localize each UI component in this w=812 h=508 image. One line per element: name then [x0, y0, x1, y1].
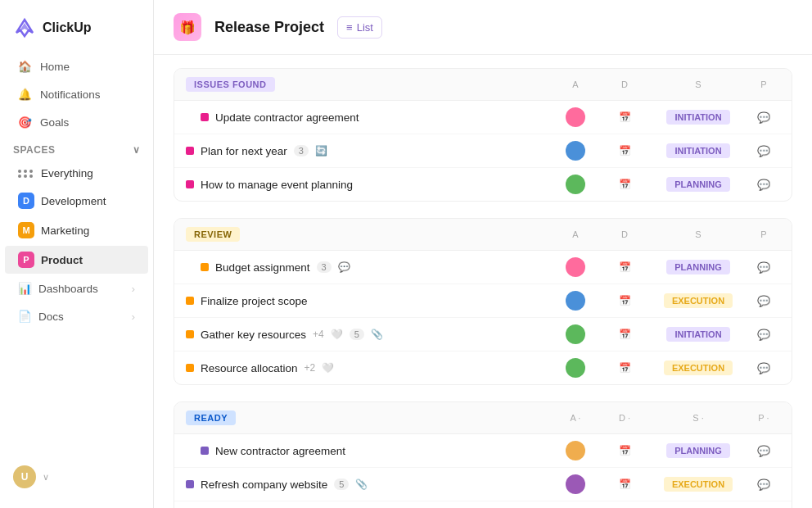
avatar — [566, 324, 585, 344]
calendar-icon: 📅 — [619, 145, 631, 156]
paperclip-icon: 📎 — [371, 329, 383, 340]
task-status-dot — [186, 364, 194, 372]
table-row[interactable]: Finalize project scope 📅 EXECUTION 💬 — [174, 284, 792, 318]
table-row[interactable]: Update key objectives 5 📎 📅 EXECUTION 💬 — [174, 501, 792, 508]
nav-notifications[interactable]: 🔔 Notifications — [5, 81, 148, 107]
nav-goals-label: Goals — [40, 116, 69, 129]
status-badge: PLANNING — [666, 443, 729, 458]
table-row[interactable]: Update contractor agreement 📅 INITIATION… — [174, 101, 792, 134]
task-name: Plan for next year — [201, 145, 287, 157]
product-label: Product — [41, 254, 83, 266]
task-count: 5 — [350, 329, 364, 340]
status-badge: EXECUTION — [664, 361, 733, 375]
avatar: U — [13, 465, 36, 488]
date-cell: 📅 — [600, 445, 649, 456]
task-name: Refresh company website — [201, 479, 327, 491]
table-row[interactable]: Resource allocation +2 🤍 📅 EXECUTION 💬 — [174, 352, 792, 384]
chevron-down-icon[interactable]: ∨ — [133, 144, 141, 156]
development-icon: D — [18, 193, 34, 209]
nav-home[interactable]: 🏠 Home — [5, 53, 148, 79]
date-cell: 📅 — [600, 362, 649, 374]
sidebar-item-everything[interactable]: Everything — [5, 161, 148, 185]
comment-cell: 💬 — [747, 479, 780, 491]
status-badge: EXECUTION — [664, 293, 733, 308]
table-row[interactable]: Gather key resources +4 🤍 5 📎 📅 INITIATI… — [174, 318, 792, 352]
content-area: ISSUES FOUND A D S P Update contractor a… — [154, 55, 812, 508]
table-row[interactable]: Budget assignment 3 💬 📅 PLANNING 💬 — [174, 251, 792, 284]
comment-cell: 💬 — [747, 261, 780, 274]
comment-cell: 💬 — [747, 145, 780, 157]
dashboards-icon: 📊 — [18, 282, 32, 295]
group-ready: READY A · D · S · P · New contractor agr… — [174, 401, 792, 508]
table-row[interactable]: Refresh company website 5 📎 📅 EXECUTION … — [174, 468, 792, 501]
calendar-icon: 📅 — [619, 179, 631, 190]
logo-area: ClickUp — [0, 10, 153, 52]
table-row[interactable]: New contractor agreement 📅 PLANNING 💬 — [174, 434, 792, 468]
date-cell: 📅 — [600, 145, 649, 156]
task-status-dot — [201, 113, 209, 121]
table-row[interactable]: Plan for next year 3 🔄 📅 INITIATION 💬 — [174, 134, 792, 168]
task-status-dot — [186, 480, 194, 488]
task-count: 5 — [334, 479, 349, 490]
top-bar: 🎁 Release Project ≡ List — [154, 0, 812, 55]
task-status-dot — [186, 330, 194, 338]
repeat-icon: 🔄 — [315, 145, 327, 156]
status-badge: INITIATION — [666, 143, 729, 158]
dashboards-label: Dashboards — [38, 283, 98, 295]
project-icon: 🎁 — [174, 13, 201, 41]
nav-home-label: Home — [40, 61, 70, 73]
calendar-icon: 📅 — [619, 329, 631, 340]
task-name: Gather key resources — [201, 329, 306, 341]
bell-icon: 🔔 — [18, 88, 32, 101]
avatar — [566, 141, 585, 161]
extra-count: +2 — [304, 362, 316, 374]
nav-goals[interactable]: 🎯 Goals — [5, 109, 148, 135]
sidebar-item-marketing[interactable]: M Marketing — [5, 216, 148, 244]
nav-notifications-label: Notifications — [40, 88, 101, 101]
task-name: How to manage event planning — [201, 179, 353, 191]
calendar-icon: 📅 — [619, 362, 631, 374]
task-name: Update contractor agreement — [215, 111, 359, 124]
user-profile-area[interactable]: U ∨ — [0, 456, 153, 498]
status-badge: INITIATION — [666, 110, 729, 125]
clickup-logo-icon — [13, 16, 36, 39]
sidebar-item-dashboards[interactable]: 📊 Dashboards › — [5, 275, 148, 302]
development-label: Development — [41, 195, 106, 207]
heart-icon: 🤍 — [331, 329, 343, 340]
task-status-dot — [186, 147, 194, 155]
table-row[interactable]: How to manage event planning 📅 PLANNING … — [174, 168, 792, 201]
task-status-dot — [186, 180, 194, 188]
task-count: 3 — [294, 145, 309, 156]
task-status-dot — [186, 297, 194, 305]
marketing-icon: M — [18, 222, 34, 238]
list-view-tab[interactable]: ≡ List — [337, 16, 382, 39]
avatar — [566, 291, 585, 311]
sidebar: ClickUp 🏠 Home 🔔 Notifications 🎯 Goals S… — [0, 0, 154, 508]
chevron-down-icon-user: ∨ — [43, 472, 49, 483]
sidebar-item-product[interactable]: P Product — [5, 246, 148, 274]
sidebar-item-docs[interactable]: 📄 Docs › — [5, 303, 148, 329]
marketing-label: Marketing — [41, 225, 89, 237]
extra-count: +4 — [313, 329, 324, 340]
heart-icon-2: 🤍 — [322, 362, 334, 374]
status-badge: PLANNING — [666, 260, 729, 274]
task-name: Finalize project scope — [201, 295, 308, 307]
task-name: Budget assignment — [215, 261, 310, 274]
comment-cell: 💬 — [747, 295, 780, 307]
status-badge: EXECUTION — [664, 477, 733, 492]
date-cell: 📅 — [600, 329, 649, 340]
goal-icon: 🎯 — [18, 116, 32, 129]
avatar — [566, 441, 585, 460]
date-cell: 📅 — [600, 295, 649, 306]
spaces-label: Spaces — [13, 144, 55, 156]
avatar — [566, 474, 585, 494]
list-view-icon: ≡ — [346, 21, 353, 34]
docs-label: Docs — [38, 311, 64, 323]
task-name: New contractor agreement — [215, 445, 345, 457]
comment-cell: 💬 — [747, 179, 780, 191]
date-cell: 📅 — [600, 479, 649, 490]
avatar — [566, 107, 585, 127]
comment-icon: 💬 — [338, 261, 350, 273]
group-review: REVIEW A D S P Budget assignment 3 💬 — [174, 218, 792, 385]
sidebar-item-development[interactable]: D Development — [5, 187, 148, 215]
